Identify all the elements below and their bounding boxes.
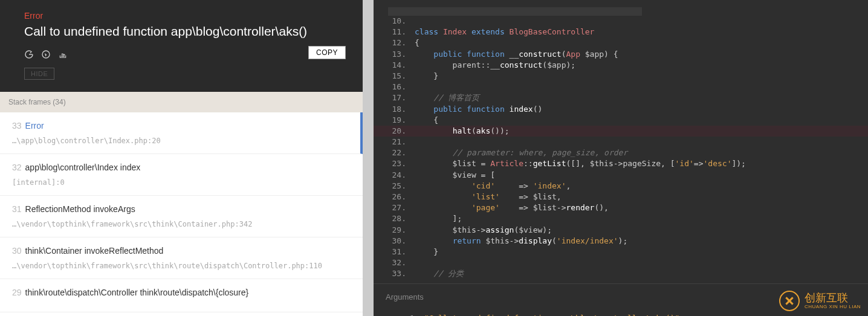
line-number: 15. [374,71,410,82]
line-number: 24. [374,170,410,181]
line-number: 12. [374,37,410,48]
code-line: 27. 'page' => $list->render(), [374,202,868,213]
frame-name: think\Container invokeReflectMethod [25,246,164,256]
line-number: 28. [374,213,410,224]
line-number: 16. [374,82,410,92]
frame-path: …\vendor\topthink\framework\src\think\Co… [12,220,351,228]
line-number: 10. [374,16,410,27]
line-content: ]; [410,213,868,224]
code-line: 29. $this->assign($view); [374,225,868,236]
code-line: 10. [374,16,868,27]
frame-name: ReflectionMethod invokeArgs [25,204,135,214]
line-number: 25. [374,181,410,192]
hide-button[interactable]: HIDE [24,68,54,80]
code-line: 22. // parameter: where, page_size, orde… [374,147,868,158]
line-number: 32. [374,257,410,268]
line-number: 20. [374,126,410,137]
frame-path: …\app\blog\controller\Index.php:20 [12,137,348,145]
error-title: Call to undefined function app\blog\cont… [24,24,338,39]
code-line: 16. [374,82,868,92]
line-content: } [410,71,868,82]
code-line: 25. 'cid' => 'index', [374,181,868,192]
frame-number: 29 [12,288,22,297]
duckduckgo-icon[interactable] [41,50,51,59]
line-number: 17. [374,92,410,103]
code-line: 19. { [374,115,868,126]
line-number: 22. [374,147,410,158]
line-content: { [410,37,868,48]
line-content [410,82,868,92]
line-content: class Index extends BlogBaseController [410,27,868,37]
line-content: { [410,115,868,126]
line-number: 29. [374,225,410,236]
code-line: 33. // 分类 [374,268,868,279]
error-label: Error [24,11,338,21]
line-content: 'cid' => 'index', [410,181,868,192]
line-content: } [410,247,868,257]
line-content [410,257,868,268]
panel-divider[interactable] [363,0,374,316]
watermark-title: 创新互联 [805,292,861,304]
line-number: 13. [374,49,410,60]
line-number: 11. [374,27,410,37]
stackoverflow-icon[interactable] [58,50,68,59]
code-line: 15. } [374,71,868,82]
line-content: $this->assign($view); [410,225,868,236]
stack-frame[interactable]: 30think\Container invokeReflectMethod…\v… [0,237,363,279]
frame-name: Error [25,121,44,131]
code-block: 10.11.class Index extends BlogBaseContro… [374,16,868,280]
line-content: public function __construct(App $app) { [410,49,868,60]
line-number: 18. [374,104,410,115]
line-content: 'list' => $list, [410,192,868,202]
line-number: 19. [374,115,410,126]
stack-frame[interactable]: 33Error…\app\blog\controller\Index.php:2… [0,112,363,154]
error-header: Error Call to undefined function app\blo… [0,0,363,92]
search-icon-row [24,50,338,59]
frame-path: [internal]:0 [12,178,351,187]
line-number: 31. [374,247,410,257]
line-content: 'page' => $list->render(), [410,202,868,213]
frame-number: 31 [12,204,22,214]
frame-number: 33 [12,121,22,131]
frame-number: 32 [12,163,22,172]
line-content: $view = [ [410,170,868,181]
frame-path: …\vendor\topthink\framework\src\think\ro… [12,262,351,270]
line-content: $list = Article::getList([], $this->page… [410,158,868,169]
code-line: 18. public function index() [374,104,868,115]
code-line: 30. return $this->display('index/index')… [374,236,868,247]
left-panel: Error Call to undefined function app\blo… [0,0,363,316]
code-line: 23. $list = Article::getList([], $this->… [374,158,868,169]
code-line: 31. } [374,247,868,257]
copy-button[interactable]: COPY [308,46,346,59]
line-number: 23. [374,158,410,169]
code-line: 26. 'list' => $list, [374,192,868,202]
watermark-logo-icon [779,291,800,311]
right-header-redacted [374,0,868,16]
line-number: 30. [374,236,410,247]
stack-frame[interactable]: 32app\blog\controller\Index index[intern… [0,154,363,196]
watermark-subtitle: CHUANG XIN HU LIAN [805,304,861,309]
frame-number: 30 [12,246,22,256]
stack-frames-list: 33Error…\app\blog\controller\Index.php:2… [0,112,363,316]
stack-frame[interactable]: 31ReflectionMethod invokeArgs…\vendor\to… [0,196,363,237]
line-content: // 分类 [410,268,868,279]
watermark: 创新互联 CHUANG XIN HU LIAN [779,291,861,311]
line-content: // parameter: where, page_size, order [410,147,868,158]
line-number: 21. [374,137,410,147]
line-number: 14. [374,60,410,71]
code-line: 28. ]; [374,213,868,224]
code-line: 11.class Index extends BlogBaseControlle… [374,27,868,37]
stack-frame[interactable]: 29think\route\dispatch\Controller think\… [0,279,363,312]
frame-name: app\blog\controller\Index index [25,163,141,172]
code-line: 13. public function __construct(App $app… [374,49,868,60]
line-content: // 博客首页 [410,92,868,103]
code-line: 24. $view = [ [374,170,868,181]
line-number: 33. [374,268,410,279]
stack-frames-header: Stack frames (34) [0,92,363,112]
line-content: return $this->display('index/index'); [410,236,868,247]
line-content [410,137,868,147]
line-content: halt(aks()); [410,126,868,137]
code-line: 21. [374,137,868,147]
google-icon[interactable] [24,50,34,59]
line-number: 27. [374,202,410,213]
